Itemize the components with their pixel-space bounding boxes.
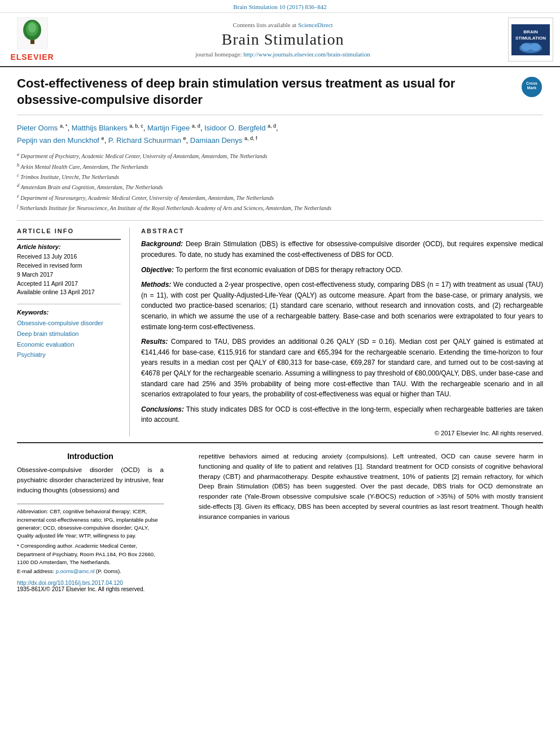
affil-a: a Department of Psychiatry, Academic Med… [17, 151, 543, 160]
authors-section: Pieter Ooms a, *, Matthijs Blankers a, b… [17, 122, 543, 147]
author-schuurman: P. Richard Schuurman [108, 137, 181, 145]
affil-c: c Trimbos Institute, Utrecht, The Nether… [17, 172, 543, 181]
results-label: Results: [141, 338, 168, 346]
results-text: Compared to TAU, DBS provides an additio… [141, 338, 543, 398]
body-text-right: repetitive behaviors aimed at reducing a… [199, 452, 543, 522]
history-label: Article history: [17, 243, 121, 250]
footnote-abbreviation: Abbreviation: CBT, cognitive behavioral … [17, 508, 164, 540]
abstract-results: Results: Compared to TAU, DBS provides a… [141, 337, 543, 400]
abstract-heading: ABSTRACT [141, 228, 543, 234]
brain-stimulation-logo: BRAIN STIMULATION [508, 18, 553, 62]
affil-b: b Arkin Mental Health Care, Amsterdam, T… [17, 162, 543, 171]
two-col-section: ARTICLE INFO Article history: Received 1… [17, 228, 543, 436]
author-blankers: Matthijs Blankers [72, 124, 128, 133]
article-history-block: Article history: Received 13 July 2016 R… [17, 239, 121, 297]
crossmark-icon: Cross Mark [522, 77, 542, 97]
elsevier-tree-icon [17, 18, 48, 49]
accepted-date: Accepted 11 April 2017 [17, 279, 121, 289]
author-figee: Martijn Figee [147, 124, 190, 133]
author-ooms: Pieter Ooms [17, 124, 58, 133]
conclusions-text: This study indicates DBS for OCD is cost… [141, 405, 543, 424]
keyword-1: Obsessive-compulsive disorder [17, 318, 121, 329]
top-bar: Brain Stimulation 10 (2017) 836–842 [0, 0, 560, 13]
journal-center: Contents lists available at ScienceDirec… [63, 18, 502, 62]
right-column-abstract: ABSTRACT Background: Deep Brain Stimulat… [141, 228, 543, 436]
journal-homepage-line: journal homepage: http://www.journals.el… [195, 51, 370, 58]
svg-point-4 [28, 23, 36, 33]
author-denys: Damiaan Denys [190, 137, 243, 145]
homepage-link[interactable]: http://www.journals.elsevier.com/brain-s… [243, 51, 370, 58]
contents-available-text: Contents lists available at ScienceDirec… [233, 21, 333, 28]
bottom-section: Introduction Obsessive-compulsive disord… [17, 442, 543, 592]
objective-label: Objective: [141, 266, 174, 274]
brain-stim-logo-svg: BRAIN STIMULATION [511, 24, 550, 55]
svg-text:Mark: Mark [527, 86, 536, 90]
conclusions-label: Conclusions: [141, 405, 184, 413]
received-revised-label: Received in revised form [17, 261, 121, 270]
objective-text: To perform the first economic evaluation… [176, 266, 403, 274]
abstract-conclusions: Conclusions: This study indicates DBS fo… [141, 404, 543, 425]
svg-point-10 [530, 43, 540, 51]
author-bergfeld: Isidoor O. Bergfeld [204, 124, 265, 133]
email-line: E-mail address: p.ooms@amc.nl (P. Ooms). [17, 567, 164, 575]
received-revised-date: 9 March 2017 [17, 270, 121, 279]
doi-link[interactable]: http://dx.doi.org/10.1016/j.brs.2017.04.… [17, 580, 123, 586]
abstract-background: Background: Deep Brain Stimulation (DBS)… [141, 239, 543, 260]
page-wrapper: Brain Stimulation 10 (2017) 836–842 ELSE… [0, 0, 560, 601]
journal-citation: Brain Stimulation 10 (2017) 836–842 [233, 3, 327, 10]
intro-heading: Introduction [17, 452, 164, 461]
keyword-4: Psychiatry [17, 350, 121, 360]
crossmark-badge: Cross Mark [520, 76, 543, 98]
abstract-objective: Objective: To perform the first economic… [141, 265, 543, 276]
abstract-methods: Methods: We conducted a 2-year prospecti… [141, 279, 543, 332]
background-text: Deep Brain Stimulation (DBS) is effectiv… [141, 240, 543, 259]
elsevier-logo: ELSEVIER [7, 18, 58, 62]
article-info-heading: ARTICLE INFO [17, 228, 121, 234]
email-address[interactable]: p.ooms@amc.nl [56, 568, 95, 574]
svg-text:Cross: Cross [526, 81, 537, 85]
keyword-3: Economic evaluation [17, 339, 121, 350]
corresponding-author: * Corresponding author. Academic Medical… [17, 542, 164, 566]
methods-text: We conducted a 2-year prospective, open … [141, 281, 543, 330]
doi-section: http://dx.doi.org/10.1016/j.brs.2017.04.… [17, 580, 164, 592]
svg-text:BRAIN: BRAIN [523, 29, 538, 34]
copyright-text: © 2017 Elsevier Inc. All rights reserved… [141, 430, 543, 436]
journal-title: Brain Stimulation [222, 30, 344, 49]
article-title-section: Cost-effectiveness of deep brain stimula… [17, 76, 543, 115]
email-suffix: (P. Ooms). [96, 568, 121, 574]
affil-f: f Netherlands Institute for Neuroscience… [17, 203, 543, 212]
email-label: E-mail address: [17, 568, 56, 574]
footnote-section: Abbreviation: CBT, cognitive behavioral … [17, 504, 164, 575]
received-date: Received 13 July 2016 [17, 252, 121, 261]
sciencedirect-link[interactable]: ScienceDirect [298, 21, 333, 28]
keywords-label: Keywords: [17, 309, 121, 316]
keyword-2: Deep brain stimulation [17, 329, 121, 339]
intro-body: Obsessive-compulsive disorder (OCD) is a… [17, 465, 164, 495]
affil-d: d Amsterdam Brain and Cognition, Amsterd… [17, 182, 543, 191]
svg-point-9 [521, 43, 531, 51]
brain-stim-logo-image: BRAIN STIMULATION [511, 24, 550, 55]
issn-text: 1935-861X/© 2017 Elsevier Inc. All right… [17, 586, 164, 592]
methods-label: Methods: [141, 281, 171, 289]
affil-e: e Department of Neurosurgery, Academic M… [17, 193, 543, 202]
author-munckhof: Pepijn van den Munckhof [17, 137, 99, 145]
article-title: Cost-effectiveness of deep brain stimula… [17, 76, 512, 108]
left-column: ARTICLE INFO Article history: Received 1… [17, 228, 130, 436]
affiliations-section: a Department of Psychiatry, Academic Med… [17, 151, 543, 221]
right-column-body: repetitive behaviors aimed at reducing a… [199, 452, 543, 522]
journal-header: ELSEVIER Contents lists available at Sci… [0, 13, 560, 67]
elsevier-brand-text: ELSEVIER [10, 53, 54, 62]
keywords-section: Keywords: Obsessive-compulsive disorder … [17, 304, 121, 360]
introduction-section: Introduction Obsessive-compulsive disord… [17, 452, 175, 592]
available-date: Available online 13 April 2017 [17, 288, 121, 297]
article-body: Cost-effectiveness of deep brain stimula… [0, 67, 560, 601]
background-label: Background: [141, 240, 183, 248]
svg-text:STIMULATION: STIMULATION [515, 36, 546, 41]
